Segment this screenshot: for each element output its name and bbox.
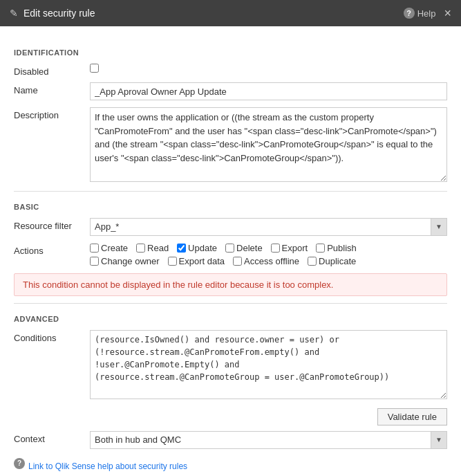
disabled-checkbox[interactable] xyxy=(90,64,99,73)
context-row: Context Both in hub and QMC Hub QMC ▼ xyxy=(14,431,447,449)
advanced-section-header: ADVANCED xyxy=(14,315,447,323)
label-delete: Delete xyxy=(236,243,263,253)
resource-filter-dropdown-arrow[interactable]: ▼ xyxy=(431,218,447,236)
context-select[interactable]: Both in hub and QMC Hub QMC xyxy=(90,431,447,449)
name-input[interactable] xyxy=(90,82,447,100)
label-create: Create xyxy=(101,243,128,253)
checkbox-changeowner[interactable] xyxy=(90,257,99,266)
checkbox-accessoffline[interactable] xyxy=(233,257,242,266)
conditions-label: Conditions xyxy=(14,330,90,343)
disabled-row: Disabled xyxy=(14,64,447,77)
validate-rule-button[interactable]: Validate rule xyxy=(377,408,447,425)
checkbox-duplicate[interactable] xyxy=(308,257,317,266)
checkbox-update[interactable] xyxy=(177,244,186,253)
header-left: ✎ Edit security rule xyxy=(10,8,95,19)
action-exportdata[interactable]: Export data xyxy=(168,256,225,266)
label-changeowner: Change owner xyxy=(101,256,160,266)
action-read[interactable]: Read xyxy=(136,243,169,253)
description-row: Description If the user owns the applica… xyxy=(14,107,447,184)
checkbox-read[interactable] xyxy=(136,244,145,253)
help-link-row: ? Link to Qlik Sense help about security… xyxy=(14,456,447,471)
close-button[interactable]: × xyxy=(444,7,451,19)
action-publish[interactable]: Publish xyxy=(316,243,357,253)
actions-wrap: Create Read Update Delete Export xyxy=(90,243,447,266)
help-link-icon: ? xyxy=(14,458,25,469)
question-icon: ? xyxy=(404,8,415,19)
checkbox-export[interactable] xyxy=(271,244,280,253)
label-update: Update xyxy=(188,243,217,253)
basic-section-header: BASIC xyxy=(14,203,447,211)
context-dropdown-wrap: Both in hub and QMC Hub QMC ▼ xyxy=(90,431,447,449)
label-duplicate: Duplicate xyxy=(319,256,356,266)
context-wrap: Both in hub and QMC Hub QMC ▼ xyxy=(90,431,447,449)
resource-filter-input[interactable] xyxy=(90,218,431,236)
actions-row-1: Create Read Update Delete Export xyxy=(90,243,447,253)
action-delete[interactable]: Delete xyxy=(225,243,263,253)
conditions-textarea[interactable]: (resource.IsOwned() and resource.owner =… xyxy=(90,330,447,399)
checkbox-create[interactable] xyxy=(90,244,99,253)
help-label: Help xyxy=(417,8,436,19)
action-duplicate[interactable]: Duplicate xyxy=(308,256,356,266)
resource-filter-dropdown-wrap: ▼ xyxy=(90,218,447,236)
header: ✎ Edit security rule ? Help × xyxy=(0,0,461,26)
divider-2 xyxy=(14,303,447,304)
disabled-wrap xyxy=(90,64,447,75)
warning-box: This condition cannot be displayed in th… xyxy=(14,273,447,296)
label-export: Export xyxy=(282,243,308,253)
identification-section-header: IDENTIFICATION xyxy=(14,48,447,57)
help-link[interactable]: Link to Qlik Sense help about security r… xyxy=(28,461,187,471)
resource-filter-row: Resource filter ▼ xyxy=(14,218,447,236)
checkbox-publish[interactable] xyxy=(316,244,325,253)
warning-text: This condition cannot be displayed in th… xyxy=(23,280,333,290)
actions-row: Actions Create Read Update Delete xyxy=(14,243,447,266)
checkbox-delete[interactable] xyxy=(225,244,234,253)
checkbox-exportdata[interactable] xyxy=(168,257,177,266)
content-area: IDENTIFICATION Disabled Name Description… xyxy=(0,26,461,476)
description-textarea[interactable]: If the user owns the application or ((th… xyxy=(90,107,447,182)
label-publish: Publish xyxy=(327,243,357,253)
action-export[interactable]: Export xyxy=(271,243,308,253)
label-exportdata: Export data xyxy=(179,256,225,266)
actions-label: Actions xyxy=(14,243,90,256)
label-accessoffline: Access offline xyxy=(244,256,299,266)
resource-filter-wrap: ▼ xyxy=(90,218,447,236)
disabled-label: Disabled xyxy=(14,64,90,77)
header-right: ? Help × xyxy=(404,7,451,19)
divider-1 xyxy=(14,191,447,192)
description-label: Description xyxy=(14,107,90,120)
description-wrap: If the user owns the application or ((th… xyxy=(90,107,447,184)
action-changeowner[interactable]: Change owner xyxy=(90,256,160,266)
validate-row: Validate rule xyxy=(14,408,447,425)
name-wrap xyxy=(90,82,447,100)
action-accessoffline[interactable]: Access offline xyxy=(233,256,299,266)
conditions-wrap: (resource.IsOwned() and resource.owner =… xyxy=(90,330,447,401)
name-row: Name xyxy=(14,82,447,100)
action-create[interactable]: Create xyxy=(90,243,128,253)
actions-row-2: Change owner Export data Access offline … xyxy=(90,256,447,266)
action-update[interactable]: Update xyxy=(177,243,217,253)
help-button[interactable]: ? Help xyxy=(404,8,436,19)
edit-icon: ✎ xyxy=(10,8,18,19)
name-label: Name xyxy=(14,82,90,95)
label-read: Read xyxy=(147,243,169,253)
resource-filter-label: Resource filter xyxy=(14,218,90,231)
context-label: Context xyxy=(14,431,90,444)
conditions-row: Conditions (resource.IsOwned() and resou… xyxy=(14,330,447,401)
page-title: Edit security rule xyxy=(23,8,95,19)
